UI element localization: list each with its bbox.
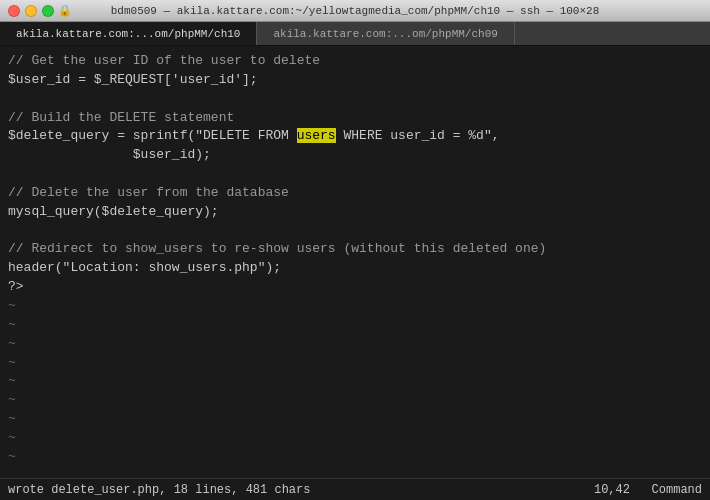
minimize-button[interactable]	[25, 5, 37, 17]
tab-ch10[interactable]: akila.kattare.com:...om/phpMM/ch10	[0, 22, 257, 45]
tab-ch10-label: akila.kattare.com:...om/phpMM/ch10	[16, 28, 240, 40]
lock-icon: 🔒	[58, 4, 72, 17]
tab-ch09[interactable]: akila.kattare.com:...om/phpMM/ch09	[257, 22, 514, 45]
status-position: 10,42 Command	[594, 483, 702, 497]
code-editor[interactable]: // Get the user ID of the user to delete…	[0, 46, 710, 478]
status-bar: wrote delete_user.php, 18 lines, 481 cha…	[0, 478, 710, 500]
title-bar: 🔒 bdm0509 — akila.kattare.com:~/yellowta…	[0, 0, 710, 22]
maximize-button[interactable]	[42, 5, 54, 17]
tab-ch09-label: akila.kattare.com:...om/phpMM/ch09	[273, 28, 497, 40]
tab-bar: akila.kattare.com:...om/phpMM/ch10 akila…	[0, 22, 710, 46]
traffic-lights[interactable]	[8, 5, 54, 17]
window-title: bdm0509 — akila.kattare.com:~/yellowtagm…	[111, 5, 599, 17]
status-message: wrote delete_user.php, 18 lines, 481 cha…	[8, 483, 310, 497]
close-button[interactable]	[8, 5, 20, 17]
